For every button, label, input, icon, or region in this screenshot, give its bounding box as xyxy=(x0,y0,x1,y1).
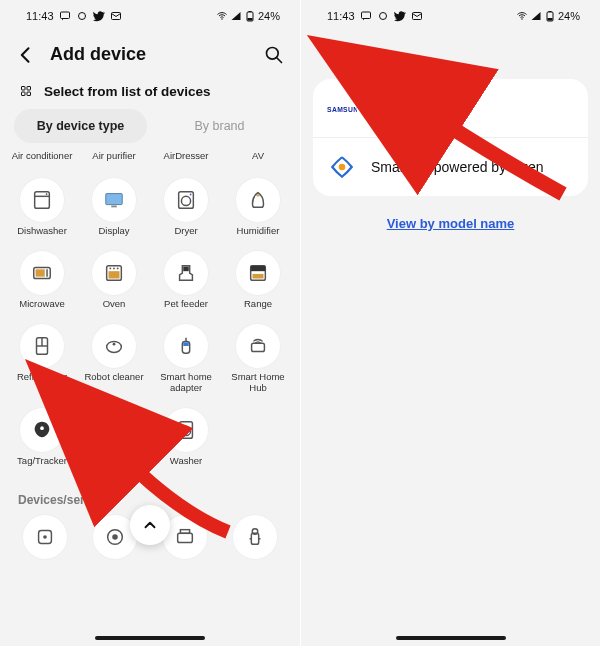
svg-rect-52 xyxy=(180,530,189,534)
brand-list: SAMSUNG Samsung Smart TV powered by Tize… xyxy=(313,79,588,196)
refrigerator-icon xyxy=(20,324,64,368)
humidifier-icon xyxy=(236,178,280,222)
svg-point-3 xyxy=(221,18,223,20)
svg-rect-22 xyxy=(36,269,45,276)
svg-rect-51 xyxy=(178,533,193,542)
scan-icon[interactable] xyxy=(18,83,34,99)
device-range[interactable]: Range xyxy=(222,249,294,316)
display-icon xyxy=(92,178,136,222)
clock: 11:43 xyxy=(26,10,54,22)
status-right: 24% xyxy=(216,10,280,22)
svg-point-28 xyxy=(117,268,119,270)
device-display[interactable]: Display xyxy=(78,176,150,243)
wifi-icon xyxy=(516,10,528,22)
list-item-samsung[interactable]: SAMSUNG Samsung xyxy=(313,79,588,137)
battery-icon xyxy=(244,10,256,22)
device-tag-tracker[interactable]: Tag/Tracker xyxy=(6,406,78,473)
device-item[interactable]: Air conditioner xyxy=(6,149,78,168)
device-smart-home-adapter[interactable]: Smart home adapter xyxy=(150,322,222,400)
device-dishwasher[interactable]: Dishwasher xyxy=(6,176,78,243)
search-icon xyxy=(264,45,284,65)
mail-icon xyxy=(411,10,423,22)
device-label: Air purifier xyxy=(92,151,135,162)
device-label: Range xyxy=(244,299,272,310)
adapter-icon xyxy=(164,324,208,368)
topbar: TV xyxy=(301,26,600,79)
svg-rect-41 xyxy=(252,343,265,351)
svg-point-42 xyxy=(40,426,44,430)
svg-point-18 xyxy=(181,196,190,205)
battery-icon xyxy=(544,10,556,22)
oven-icon xyxy=(92,251,136,295)
device-microwave[interactable]: Microwave xyxy=(6,249,78,316)
device-humidifier[interactable]: Humidifier xyxy=(222,176,294,243)
sensor-icon[interactable] xyxy=(23,515,67,559)
device-label: Tag/Tracker xyxy=(17,456,67,467)
search-button[interactable] xyxy=(264,45,284,65)
tab-by-brand[interactable]: By brand xyxy=(153,109,286,143)
chat-icon xyxy=(360,10,372,22)
page-title: Add device xyxy=(50,44,250,65)
back-button[interactable] xyxy=(317,45,337,65)
battery-pct: 24% xyxy=(558,10,580,22)
home-indicator[interactable] xyxy=(95,636,205,640)
sensor-icon[interactable] xyxy=(233,515,277,559)
sensors-row xyxy=(0,515,300,559)
device-label: Smart home adapter xyxy=(150,372,222,394)
svg-rect-29 xyxy=(183,267,189,272)
chat-icon xyxy=(59,10,71,22)
device-item[interactable]: AirDresser xyxy=(150,149,222,168)
device-label: AV xyxy=(252,151,264,162)
device-item[interactable]: AV xyxy=(222,149,294,168)
svg-rect-57 xyxy=(361,12,370,19)
clock: 11:43 xyxy=(327,10,355,22)
svg-rect-5 xyxy=(247,18,252,21)
tv-icon xyxy=(92,408,136,452)
device-tv[interactable]: TV xyxy=(78,406,150,473)
svg-point-46 xyxy=(184,428,189,433)
collapse-fab[interactable] xyxy=(130,505,170,545)
device-item[interactable]: Air purifier xyxy=(78,149,150,168)
device-washer[interactable]: Washer xyxy=(150,406,222,473)
svg-point-60 xyxy=(521,18,523,20)
device-petfeeder[interactable]: Pet feeder xyxy=(150,249,222,316)
link-text: View by model name xyxy=(387,216,515,231)
svg-point-58 xyxy=(379,13,386,20)
tizen-logo-icon xyxy=(327,152,357,182)
chevron-left-icon xyxy=(317,45,337,65)
device-label: Pet feeder xyxy=(164,299,208,310)
svg-rect-8 xyxy=(22,87,26,91)
svg-point-65 xyxy=(339,164,346,171)
dishwasher-icon xyxy=(20,178,64,222)
svg-point-19 xyxy=(190,194,192,196)
device-grid: Dishwasher Display Dryer Humidifier Micr… xyxy=(0,168,300,479)
back-button[interactable] xyxy=(16,45,36,65)
svg-point-26 xyxy=(109,268,111,270)
microwave-icon xyxy=(20,251,64,295)
device-dryer[interactable]: Dryer xyxy=(150,176,222,243)
device-robot-cleaner[interactable]: Robot cleaner xyxy=(78,322,150,400)
svg-rect-10 xyxy=(22,92,26,96)
svg-rect-9 xyxy=(27,87,31,91)
tab-by-device-type[interactable]: By device type xyxy=(14,109,147,143)
device-refrigerator[interactable]: Refrigerator xyxy=(6,322,78,400)
device-label: Microwave xyxy=(19,299,64,310)
page-title: TV xyxy=(351,44,584,65)
view-by-model-link[interactable]: View by model name xyxy=(301,196,600,250)
device-smart-home-hub[interactable]: Smart Home Hub xyxy=(222,322,294,400)
list-item-label: Smart TV powered by Tizen xyxy=(371,159,543,175)
device-label: Air conditioner xyxy=(12,151,73,162)
status-right: 24% xyxy=(516,10,580,22)
svg-rect-6 xyxy=(248,11,251,12)
home-indicator[interactable] xyxy=(396,636,506,640)
device-label: Smart Home Hub xyxy=(222,372,294,394)
status-bar: 11:43 24% xyxy=(0,0,300,26)
device-label: Dryer xyxy=(174,226,197,237)
svg-rect-31 xyxy=(251,266,266,272)
device-oven[interactable]: Oven xyxy=(78,249,150,316)
petfeeder-icon xyxy=(164,251,208,295)
svg-rect-32 xyxy=(253,274,264,279)
svg-rect-62 xyxy=(547,18,552,21)
device-empty xyxy=(222,406,294,473)
list-item-tizen[interactable]: Smart TV powered by Tizen xyxy=(313,137,588,196)
